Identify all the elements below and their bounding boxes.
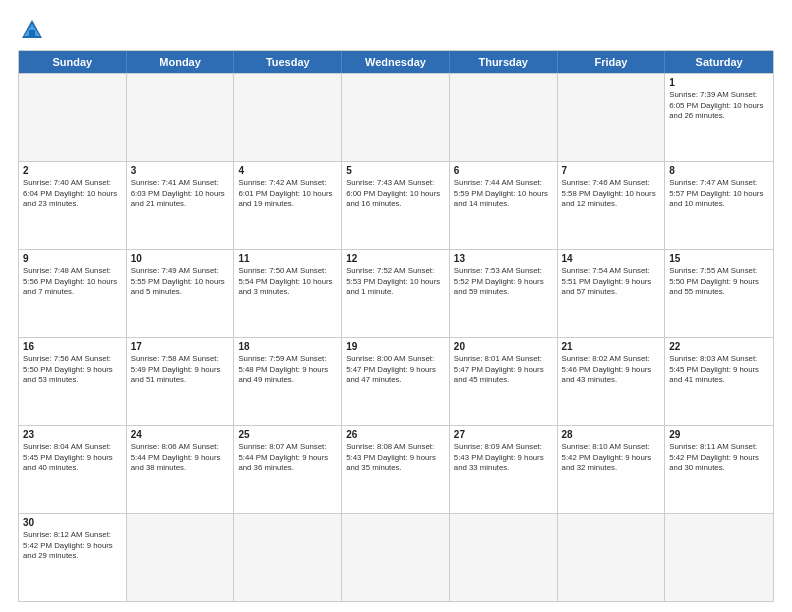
header [18, 16, 774, 44]
day-number: 2 [23, 165, 122, 176]
day-number: 18 [238, 341, 337, 352]
svg-rect-2 [29, 30, 35, 38]
calendar-header: SundayMondayTuesdayWednesdayThursdayFrid… [19, 51, 773, 73]
day-number: 16 [23, 341, 122, 352]
sun-info: Sunrise: 7:40 AM Sunset: 6:04 PM Dayligh… [23, 178, 122, 210]
logo-icon [18, 16, 46, 44]
calendar-cell: 16Sunrise: 7:56 AM Sunset: 5:50 PM Dayli… [19, 338, 127, 425]
calendar-body: 1Sunrise: 7:39 AM Sunset: 6:05 PM Daylig… [19, 73, 773, 601]
calendar-cell: 30Sunrise: 8:12 AM Sunset: 5:42 PM Dayli… [19, 514, 127, 601]
sun-info: Sunrise: 7:58 AM Sunset: 5:49 PM Dayligh… [131, 354, 230, 386]
calendar-cell: 8Sunrise: 7:47 AM Sunset: 5:57 PM Daylig… [665, 162, 773, 249]
calendar-cell: 15Sunrise: 7:55 AM Sunset: 5:50 PM Dayli… [665, 250, 773, 337]
calendar-row: 9Sunrise: 7:48 AM Sunset: 5:56 PM Daylig… [19, 249, 773, 337]
weekday-header-wednesday: Wednesday [342, 51, 450, 73]
sun-info: Sunrise: 7:39 AM Sunset: 6:05 PM Dayligh… [669, 90, 769, 122]
calendar-row: 23Sunrise: 8:04 AM Sunset: 5:45 PM Dayli… [19, 425, 773, 513]
sun-info: Sunrise: 7:42 AM Sunset: 6:01 PM Dayligh… [238, 178, 337, 210]
calendar-cell: 13Sunrise: 7:53 AM Sunset: 5:52 PM Dayli… [450, 250, 558, 337]
sun-info: Sunrise: 8:12 AM Sunset: 5:42 PM Dayligh… [23, 530, 122, 562]
calendar-cell [127, 74, 235, 161]
calendar-row: 2Sunrise: 7:40 AM Sunset: 6:04 PM Daylig… [19, 161, 773, 249]
day-number: 5 [346, 165, 445, 176]
calendar-row: 1Sunrise: 7:39 AM Sunset: 6:05 PM Daylig… [19, 73, 773, 161]
weekday-header-tuesday: Tuesday [234, 51, 342, 73]
calendar-cell [19, 74, 127, 161]
page: SundayMondayTuesdayWednesdayThursdayFrid… [0, 0, 792, 612]
calendar-cell [127, 514, 235, 601]
calendar-row: 16Sunrise: 7:56 AM Sunset: 5:50 PM Dayli… [19, 337, 773, 425]
day-number: 4 [238, 165, 337, 176]
calendar-cell [558, 514, 666, 601]
calendar-cell: 17Sunrise: 7:58 AM Sunset: 5:49 PM Dayli… [127, 338, 235, 425]
sun-info: Sunrise: 7:55 AM Sunset: 5:50 PM Dayligh… [669, 266, 769, 298]
sun-info: Sunrise: 7:48 AM Sunset: 5:56 PM Dayligh… [23, 266, 122, 298]
calendar-cell [665, 514, 773, 601]
sun-info: Sunrise: 8:01 AM Sunset: 5:47 PM Dayligh… [454, 354, 553, 386]
day-number: 8 [669, 165, 769, 176]
sun-info: Sunrise: 8:00 AM Sunset: 5:47 PM Dayligh… [346, 354, 445, 386]
day-number: 21 [562, 341, 661, 352]
day-number: 14 [562, 253, 661, 264]
calendar-cell: 4Sunrise: 7:42 AM Sunset: 6:01 PM Daylig… [234, 162, 342, 249]
calendar-cell: 29Sunrise: 8:11 AM Sunset: 5:42 PM Dayli… [665, 426, 773, 513]
day-number: 1 [669, 77, 769, 88]
calendar-cell: 28Sunrise: 8:10 AM Sunset: 5:42 PM Dayli… [558, 426, 666, 513]
day-number: 13 [454, 253, 553, 264]
day-number: 17 [131, 341, 230, 352]
calendar-cell: 26Sunrise: 8:08 AM Sunset: 5:43 PM Dayli… [342, 426, 450, 513]
day-number: 25 [238, 429, 337, 440]
sun-info: Sunrise: 7:50 AM Sunset: 5:54 PM Dayligh… [238, 266, 337, 298]
calendar-cell: 27Sunrise: 8:09 AM Sunset: 5:43 PM Dayli… [450, 426, 558, 513]
sun-info: Sunrise: 8:07 AM Sunset: 5:44 PM Dayligh… [238, 442, 337, 474]
calendar-row: 30Sunrise: 8:12 AM Sunset: 5:42 PM Dayli… [19, 513, 773, 601]
calendar-cell: 12Sunrise: 7:52 AM Sunset: 5:53 PM Dayli… [342, 250, 450, 337]
day-number: 29 [669, 429, 769, 440]
calendar-cell [234, 514, 342, 601]
calendar-cell: 21Sunrise: 8:02 AM Sunset: 5:46 PM Dayli… [558, 338, 666, 425]
sun-info: Sunrise: 7:41 AM Sunset: 6:03 PM Dayligh… [131, 178, 230, 210]
calendar-cell [558, 74, 666, 161]
day-number: 20 [454, 341, 553, 352]
calendar-cell [234, 74, 342, 161]
calendar-cell: 23Sunrise: 8:04 AM Sunset: 5:45 PM Dayli… [19, 426, 127, 513]
weekday-header-friday: Friday [558, 51, 666, 73]
weekday-header-saturday: Saturday [665, 51, 773, 73]
day-number: 22 [669, 341, 769, 352]
calendar-cell: 14Sunrise: 7:54 AM Sunset: 5:51 PM Dayli… [558, 250, 666, 337]
day-number: 24 [131, 429, 230, 440]
sun-info: Sunrise: 7:59 AM Sunset: 5:48 PM Dayligh… [238, 354, 337, 386]
day-number: 23 [23, 429, 122, 440]
day-number: 30 [23, 517, 122, 528]
sun-info: Sunrise: 8:08 AM Sunset: 5:43 PM Dayligh… [346, 442, 445, 474]
day-number: 7 [562, 165, 661, 176]
day-number: 10 [131, 253, 230, 264]
day-number: 28 [562, 429, 661, 440]
day-number: 15 [669, 253, 769, 264]
sun-info: Sunrise: 7:46 AM Sunset: 5:58 PM Dayligh… [562, 178, 661, 210]
calendar-cell: 1Sunrise: 7:39 AM Sunset: 6:05 PM Daylig… [665, 74, 773, 161]
day-number: 9 [23, 253, 122, 264]
calendar-cell: 5Sunrise: 7:43 AM Sunset: 6:00 PM Daylig… [342, 162, 450, 249]
weekday-header-monday: Monday [127, 51, 235, 73]
calendar-cell: 22Sunrise: 8:03 AM Sunset: 5:45 PM Dayli… [665, 338, 773, 425]
sun-info: Sunrise: 7:56 AM Sunset: 5:50 PM Dayligh… [23, 354, 122, 386]
sun-info: Sunrise: 8:09 AM Sunset: 5:43 PM Dayligh… [454, 442, 553, 474]
day-number: 12 [346, 253, 445, 264]
calendar-cell: 20Sunrise: 8:01 AM Sunset: 5:47 PM Dayli… [450, 338, 558, 425]
calendar-cell: 10Sunrise: 7:49 AM Sunset: 5:55 PM Dayli… [127, 250, 235, 337]
sun-info: Sunrise: 7:49 AM Sunset: 5:55 PM Dayligh… [131, 266, 230, 298]
weekday-header-sunday: Sunday [19, 51, 127, 73]
calendar-cell: 19Sunrise: 8:00 AM Sunset: 5:47 PM Dayli… [342, 338, 450, 425]
calendar-cell: 9Sunrise: 7:48 AM Sunset: 5:56 PM Daylig… [19, 250, 127, 337]
weekday-header-thursday: Thursday [450, 51, 558, 73]
logo [18, 16, 50, 44]
calendar-cell: 3Sunrise: 7:41 AM Sunset: 6:03 PM Daylig… [127, 162, 235, 249]
sun-info: Sunrise: 8:04 AM Sunset: 5:45 PM Dayligh… [23, 442, 122, 474]
day-number: 3 [131, 165, 230, 176]
sun-info: Sunrise: 7:53 AM Sunset: 5:52 PM Dayligh… [454, 266, 553, 298]
sun-info: Sunrise: 7:44 AM Sunset: 5:59 PM Dayligh… [454, 178, 553, 210]
day-number: 11 [238, 253, 337, 264]
calendar-cell: 11Sunrise: 7:50 AM Sunset: 5:54 PM Dayli… [234, 250, 342, 337]
calendar-cell: 24Sunrise: 8:06 AM Sunset: 5:44 PM Dayli… [127, 426, 235, 513]
